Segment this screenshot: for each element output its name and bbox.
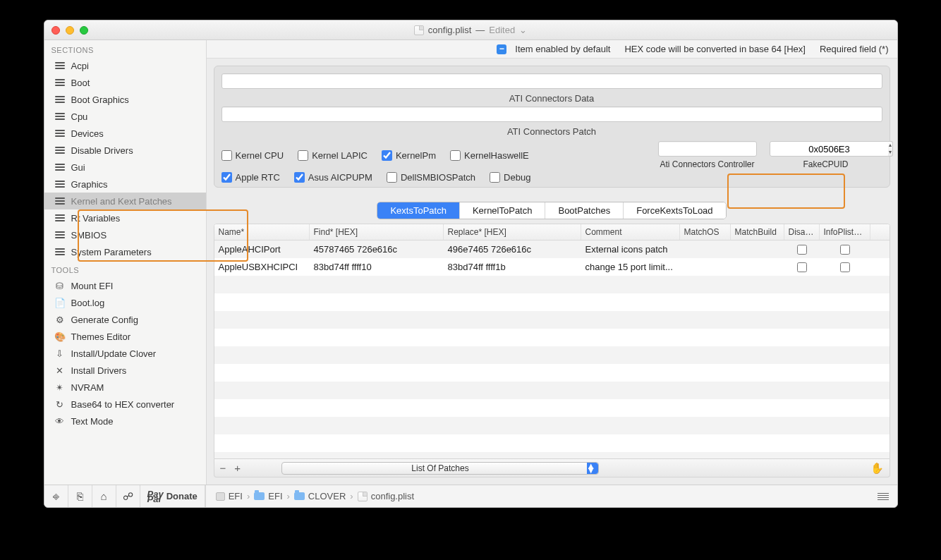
ati-controller-input[interactable]: [658, 141, 757, 157]
sidebar-item-graphics[interactable]: Graphics: [44, 176, 206, 193]
ati-patch-label: ATI Connectors Patch: [221, 126, 882, 137]
checkbox-debug[interactable]: Debug: [490, 172, 530, 183]
tool-icon: 👁: [54, 416, 66, 427]
status-bar: ⎆⎘⌂☍PayPalDonate EFI›EFI›CLOVER›config.p…: [44, 485, 897, 507]
tab-kextstopatch[interactable]: KextsToPatch: [377, 202, 460, 219]
list-icon: [54, 145, 66, 155]
tool-mount-efi[interactable]: ⛁Mount EFI: [44, 277, 206, 294]
checkbox-kernelhaswelle[interactable]: KernelHaswellE: [450, 150, 529, 161]
tab-forcekextstoload[interactable]: ForceKextsToLoad: [624, 202, 725, 219]
column-header[interactable]: MatchBuild: [731, 224, 784, 240]
list-icon: [54, 111, 66, 121]
sidebar-item-rt-variables[interactable]: Rt Variables: [44, 209, 206, 226]
column-header[interactable]: Find* [HEX]: [310, 224, 444, 240]
sidebar-item-acpi[interactable]: Acpi: [44, 57, 206, 74]
sections-header: SECTIONS: [44, 40, 206, 57]
sidebar-item-smbios[interactable]: SMBIOS: [44, 226, 206, 243]
checkbox-apple-rtc[interactable]: Apple RTC: [221, 172, 280, 183]
column-header[interactable]: Comment: [581, 224, 680, 240]
folder-icon: [254, 492, 265, 500]
sidebar-item-gui[interactable]: Gui: [44, 159, 206, 176]
file-icon: [414, 25, 424, 35]
hand-icon[interactable]: ✋: [870, 462, 884, 475]
checkbox-asus-aicpupm[interactable]: Asus AICPUPM: [294, 172, 372, 183]
sidebar-item-boot[interactable]: Boot: [44, 74, 206, 91]
breadcrumb-item[interactable]: CLOVER: [294, 491, 346, 501]
window-title: config.plist: [428, 25, 471, 35]
ati-patch-input[interactable]: [221, 106, 882, 122]
toolbar-button[interactable]: ☍: [116, 485, 140, 507]
tool-text-mode[interactable]: 👁Text Mode: [44, 413, 206, 430]
table-row[interactable]: AppleAHCIPort45787465 726e616c496e7465 7…: [214, 241, 890, 258]
fakecpuid-label: FakeCPUID: [803, 159, 848, 169]
tool-icon: ⇩: [54, 348, 66, 359]
titlebar: config.plist — Edited ⌄: [44, 20, 897, 40]
column-header[interactable]: Name*: [214, 224, 310, 240]
sidebar-item-disable-drivers[interactable]: Disable Drivers: [44, 142, 206, 159]
list-of-patches-select[interactable]: List Of Patches ▲▼: [281, 462, 599, 475]
sidebar-item-devices[interactable]: Devices: [44, 125, 206, 142]
sidebar-item-system-parameters[interactable]: System Parameters: [44, 243, 206, 260]
row-checkbox[interactable]: [840, 262, 850, 272]
tool-icon: 📄: [54, 298, 66, 308]
toolbar-button[interactable]: ⌂: [92, 485, 116, 507]
fakecpuid-stepper[interactable]: ▲▼: [770, 141, 882, 157]
column-header[interactable]: Disabl...: [784, 224, 820, 240]
close-icon[interactable]: [51, 26, 60, 35]
required-label: Required field (*): [820, 44, 889, 54]
tool-icon: ⛁: [54, 281, 66, 291]
tool-install-drivers[interactable]: ✕Install Drivers: [44, 362, 206, 379]
tool-icon: ⚙: [54, 315, 66, 325]
settings-panel: ATI Connectors Data ATI Connectors Patch…: [214, 66, 890, 188]
tools-header: TOOLS: [44, 260, 206, 277]
folder-icon: [294, 492, 305, 500]
toolbar-button[interactable]: ⎘: [68, 485, 92, 507]
tool-boot-log[interactable]: 📄Boot.log: [44, 294, 206, 311]
donate-button[interactable]: PayPalDonate: [140, 485, 205, 507]
add-row-button[interactable]: +: [234, 462, 241, 474]
table-row[interactable]: AppleUSBXHCIPCI83bd74ff ffff1083bd74ff f…: [214, 258, 890, 276]
list-icon: [54, 61, 66, 71]
list-icon: [54, 95, 66, 104]
fakecpuid-input[interactable]: [770, 141, 890, 157]
tool-install-update-clover[interactable]: ⇩Install/Update Clover: [44, 345, 206, 362]
tab-bootpatches[interactable]: BootPatches: [545, 202, 624, 219]
sidebar-item-cpu[interactable]: Cpu: [44, 108, 206, 125]
disk-icon: [216, 492, 225, 501]
tab-kerneltopatch[interactable]: KernelToPatch: [460, 202, 546, 219]
patch-tabs: KextsToPatchKernelToPatchBootPatchesForc…: [377, 202, 726, 219]
row-checkbox[interactable]: [797, 262, 807, 272]
list-icon: [54, 78, 66, 87]
checkbox-kernelpm[interactable]: KernelPm: [382, 150, 436, 161]
tool-nvram[interactable]: ✴NVRAM: [44, 379, 206, 396]
remove-row-button[interactable]: −: [220, 462, 229, 474]
minimize-icon[interactable]: [66, 26, 74, 35]
breadcrumb-item[interactable]: EFI: [254, 491, 282, 501]
breadcrumb-item[interactable]: config.plist: [358, 491, 414, 501]
hex-note-label: HEX code will be converted in base 64 [H…: [624, 44, 806, 54]
file-icon: [358, 492, 368, 501]
tool-generate-config[interactable]: ⚙Generate Config: [44, 311, 206, 328]
column-header[interactable]: InfoPlistPat...: [820, 224, 870, 240]
list-icon: [54, 230, 66, 240]
row-checkbox[interactable]: [840, 245, 850, 255]
column-header[interactable]: Replace* [HEX]: [444, 224, 581, 240]
breadcrumb-item[interactable]: EFI: [216, 491, 243, 501]
checkbox-kernel-lapic[interactable]: Kernel LAPIC: [298, 150, 368, 161]
tool-themes-editor[interactable]: 🎨Themes Editor: [44, 328, 206, 345]
list-icon: [54, 247, 66, 257]
checkbox-kernel-cpu[interactable]: Kernel CPU: [221, 150, 284, 161]
tool-base64-to-hex-converter[interactable]: ↻Base64 to HEX converter: [44, 396, 206, 413]
maximize-icon[interactable]: [80, 26, 88, 35]
checkbox-dellsmbiospatch[interactable]: DellSMBIOSPatch: [387, 172, 475, 183]
list-view-icon[interactable]: [878, 493, 889, 500]
breadcrumb: EFI›EFI›CLOVER›config.plist: [206, 491, 424, 501]
row-checkbox[interactable]: [797, 245, 807, 255]
sidebar-item-boot-graphics[interactable]: Boot Graphics: [44, 91, 206, 108]
ati-data-label: ATI Connectors Data: [221, 93, 882, 104]
main-window: config.plist — Edited ⌄ SECTIONS AcpiBoo…: [44, 20, 898, 508]
column-header[interactable]: MatchOS: [680, 224, 731, 240]
sidebar-item-kernel-and-kext-patches[interactable]: Kernel and Kext Patches: [44, 193, 206, 209]
toolbar-button[interactable]: ⎆: [44, 485, 68, 507]
ati-data-input[interactable]: [221, 73, 882, 89]
